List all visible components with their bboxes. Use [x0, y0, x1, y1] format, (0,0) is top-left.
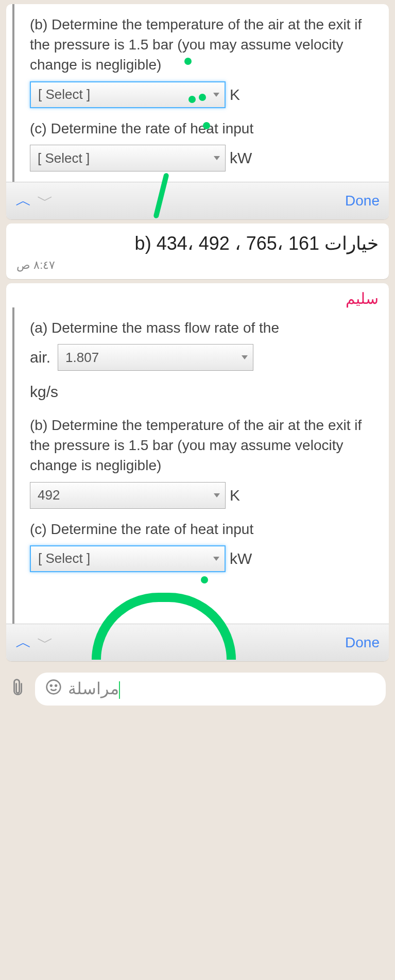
- select-b[interactable]: [ Select ]: [30, 81, 226, 108]
- quiz-toolbar-1: ︿ ﹀ Done: [6, 182, 389, 219]
- chevron-down-icon: [214, 156, 220, 160]
- quiz-toolbar-3: ︿ ﹀ Done: [6, 624, 389, 661]
- select-c-2[interactable]: [ Select ]: [30, 545, 226, 572]
- unit-b: K: [230, 84, 240, 106]
- timestamp: ٨:٤٧ ص: [6, 256, 389, 279]
- emoji-icon[interactable]: [45, 679, 62, 699]
- toolbar-nav-3: ︿ ﹀: [15, 631, 54, 654]
- done-button-3[interactable]: Done: [345, 634, 380, 651]
- unit-c: kW: [230, 147, 252, 169]
- sender-name: سليم: [6, 283, 389, 307]
- attachment-icon[interactable]: [5, 676, 31, 702]
- message-placeholder: مراسلة: [68, 679, 120, 699]
- chevron-down-icon: [214, 493, 220, 497]
- unit-a: kg/s: [30, 381, 373, 403]
- question-c-text-2: (c) Determine the rate of heat input: [30, 519, 373, 539]
- chevron-down-icon[interactable]: ﹀: [37, 631, 54, 654]
- question-b-text-2: (b) Determine the temperature of the air…: [30, 415, 373, 476]
- chevron-up-icon[interactable]: ︿: [15, 631, 32, 654]
- select-row-b-2: 492 K: [30, 482, 373, 509]
- svg-point-0: [47, 680, 61, 694]
- toolbar-nav: ︿ ﹀: [15, 190, 54, 212]
- question-b-text: (b) Determine the temperature of the air…: [30, 14, 373, 75]
- message-input[interactable]: مراسلة: [35, 673, 386, 706]
- chevron-up-icon[interactable]: ︿: [15, 190, 32, 212]
- unit-c-2: kW: [230, 548, 252, 570]
- question-a-text: (a) Determine the mass flow rate of the: [30, 318, 373, 338]
- select-c-value-2: [ Select ]: [38, 549, 90, 568]
- answer-options-text: خيارات 161 ،765 ، 492 ،434 (b: [6, 223, 389, 256]
- done-button[interactable]: Done: [345, 193, 380, 209]
- svg-point-1: [50, 685, 52, 686]
- select-row-c-2: [ Select ] kW: [30, 545, 373, 572]
- select-c[interactable]: [ Select ]: [30, 145, 226, 171]
- select-a-value: 1.807: [65, 348, 99, 367]
- quiz-content-3: (a) Determine the mass flow rate of the …: [12, 307, 389, 624]
- air-label: air.: [30, 347, 50, 368]
- select-row-b: [ Select ] K: [30, 81, 373, 108]
- message-input-bar: مراسلة: [0, 665, 395, 713]
- unit-b-2: K: [230, 485, 240, 506]
- select-b-value: [ Select ]: [38, 85, 90, 104]
- select-b-2[interactable]: 492: [30, 482, 226, 509]
- svg-point-2: [55, 685, 57, 686]
- quiz-content-1: (b) Determine the temperature of the air…: [12, 4, 389, 182]
- chevron-down-icon: [242, 355, 248, 359]
- select-c-value: [ Select ]: [38, 149, 90, 167]
- question-c-text: (c) Determine the rate of heat input: [30, 118, 373, 139]
- select-a[interactable]: 1.807: [58, 344, 253, 371]
- message-bubble-3: سليم (a) Determine the mass flow rate of…: [6, 283, 389, 661]
- chevron-down-icon[interactable]: ﹀: [37, 190, 54, 212]
- select-row-a: air. 1.807: [30, 344, 373, 371]
- message-bubble-1: (b) Determine the temperature of the air…: [6, 4, 389, 219]
- select-row-c: [ Select ] kW: [30, 145, 373, 171]
- select-b-value-2: 492: [38, 486, 60, 504]
- chevron-down-icon: [213, 557, 219, 561]
- message-bubble-2: خيارات 161 ،765 ، 492 ،434 (b ٨:٤٧ ص: [6, 223, 389, 279]
- chevron-down-icon: [213, 93, 219, 97]
